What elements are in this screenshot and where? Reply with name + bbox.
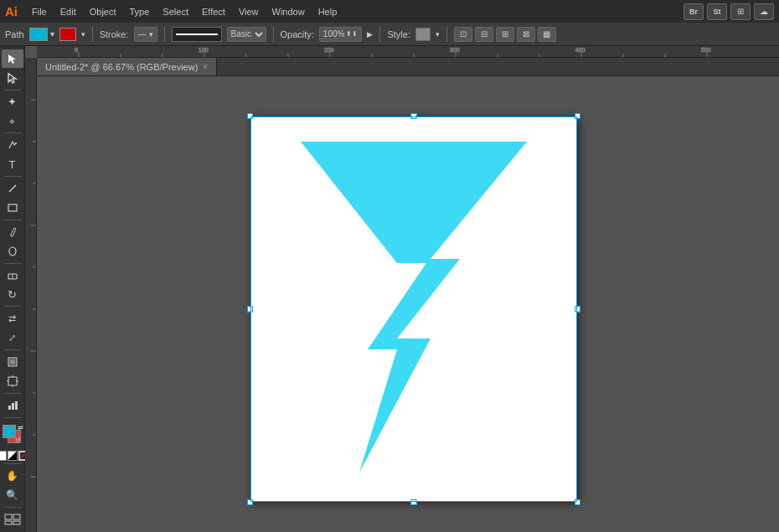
menu-select[interactable]: Select	[157, 5, 194, 18]
app-logo: Ai	[5, 4, 18, 18]
blob-brush-tool[interactable]	[2, 242, 23, 261]
menu-help[interactable]: Help	[312, 5, 343, 18]
top-icons: Br St ⊞ ☁	[684, 3, 774, 20]
menu-window[interactable]: Window	[266, 5, 311, 18]
canvas-container: 0 100 200 300 400 500	[25, 46, 779, 532]
bridge-button[interactable]: Br	[684, 3, 704, 20]
svg-rect-20	[5, 521, 12, 524]
pen-tool[interactable]	[2, 136, 23, 154]
selection-tool[interactable]	[2, 49, 23, 68]
toolbar-sep-8	[3, 393, 22, 394]
fill-color-swatch[interactable]	[3, 425, 16, 438]
toolbar: ✦ ⌖ T ↻ ⇄	[0, 46, 25, 532]
opacity-control[interactable]: 100% ⬆⬇	[319, 27, 363, 42]
artboard	[250, 116, 577, 502]
document-tab[interactable]: Untitled-2* @ 66.67% (RGB/Preview) ×	[37, 58, 217, 75]
menu-edit[interactable]: Edit	[54, 5, 82, 18]
canvas-area[interactable]	[37, 76, 779, 532]
handle-bottom-left[interactable]	[247, 499, 253, 505]
align-btn-3[interactable]: ⊞	[496, 27, 514, 42]
stroke-preview	[172, 27, 222, 42]
handle-top-right[interactable]	[575, 113, 580, 119]
style-swatch[interactable]	[415, 28, 431, 41]
gradient-icon[interactable]	[8, 451, 18, 461]
svg-text:500: 500	[701, 47, 711, 53]
toolbar-sep-1	[3, 90, 22, 90]
svg-rect-21	[13, 521, 20, 524]
svg-rect-19	[13, 514, 20, 519]
handle-bottom-center[interactable]	[411, 499, 417, 505]
main-area: ✦ ⌖ T ↻ ⇄	[0, 46, 779, 532]
workspace-button[interactable]: ⊞	[730, 3, 751, 20]
svg-marker-1	[8, 74, 16, 83]
toolbar-sep-11	[3, 507, 22, 508]
direct-selection-tool[interactable]	[2, 69, 23, 87]
align-btn-1[interactable]: ⊡	[454, 27, 472, 42]
svg-rect-15	[8, 405, 11, 410]
svg-text:0: 0	[75, 47, 78, 53]
toolbar-sep-4	[3, 220, 22, 220]
divider-2	[164, 27, 165, 42]
toolbar-sep-6	[3, 306, 22, 307]
graph-tool[interactable]	[2, 396, 23, 415]
toolbar-sep-3	[3, 176, 22, 177]
rectangle-tool[interactable]	[2, 199, 23, 217]
artboards-panel-toggle[interactable]	[2, 510, 23, 529]
paintbrush-tool[interactable]	[2, 223, 23, 241]
divider-1	[92, 27, 93, 42]
normal-color-icon[interactable]	[0, 451, 7, 461]
cloud-button[interactable]: ☁	[754, 3, 774, 20]
menu-effect[interactable]: Effect	[196, 5, 231, 18]
path-label: Path	[5, 29, 24, 39]
hand-tool[interactable]: ✋	[2, 467, 23, 485]
handle-top-left[interactable]	[247, 113, 253, 119]
align-btn-2[interactable]: ⊟	[475, 27, 493, 42]
zoom-tool[interactable]: 🔍	[2, 486, 23, 504]
magic-wand-tool[interactable]: ✦	[2, 93, 23, 111]
tab-bar: Untitled-2* @ 66.67% (RGB/Preview) ×	[37, 58, 779, 76]
color-mode-icons	[0, 451, 28, 461]
color-swatches[interactable]: ↺ ⇄	[1, 423, 24, 447]
divider-5	[446, 27, 447, 42]
image-trace-tool[interactable]	[2, 353, 23, 371]
options-bar: Path ▾ ▾ Stroke: — ▾ Basic Opacity: 100%…	[0, 23, 779, 46]
stock-button[interactable]: St	[707, 3, 727, 20]
svg-point-5	[9, 247, 16, 256]
handle-bottom-right[interactable]	[575, 499, 580, 505]
tab-close-button[interactable]: ×	[203, 62, 208, 71]
stroke-label: Stroke:	[100, 29, 129, 39]
handle-mid-right[interactable]	[575, 307, 580, 312]
handle-mid-left[interactable]	[247, 307, 253, 312]
stroke-swatch[interactable]	[59, 28, 76, 41]
fill-control[interactable]: ▾	[29, 28, 54, 41]
toolbar-sep-2	[3, 132, 22, 133]
align-btn-5[interactable]: ▦	[538, 27, 556, 42]
mirror-tool[interactable]: ⇄	[2, 309, 23, 328]
shape-svg[interactable]	[250, 116, 577, 502]
rotate-tool[interactable]: ↻	[2, 285, 23, 303]
reset-colors-icon[interactable]: ↺	[15, 436, 21, 444]
lasso-tool[interactable]: ⌖	[2, 112, 23, 131]
svg-text:200: 200	[324, 47, 334, 53]
svg-rect-18	[5, 514, 12, 519]
handle-top-center[interactable]	[411, 113, 417, 119]
menu-type[interactable]: Type	[124, 5, 156, 18]
toolbar-sep-10	[3, 463, 22, 464]
svg-rect-17	[15, 401, 18, 410]
menu-view[interactable]: View	[233, 5, 265, 18]
stroke-width-control[interactable]: — ▾	[134, 27, 157, 42]
toolbar-sep-9	[3, 417, 22, 418]
menu-object[interactable]: Object	[84, 5, 122, 18]
stroke-style-select[interactable]: Basic	[227, 27, 266, 42]
type-tool[interactable]: T	[2, 155, 23, 173]
svg-text:100: 100	[199, 47, 209, 53]
menu-file[interactable]: File	[26, 5, 53, 18]
swap-colors-icon[interactable]: ⇄	[18, 424, 23, 431]
artboard-tool[interactable]	[2, 372, 23, 390]
align-btn-4[interactable]: ⊠	[517, 27, 535, 42]
eraser-tool[interactable]	[2, 266, 23, 285]
toolbar-sep-5	[3, 263, 22, 264]
scale-tool[interactable]: ⤢	[2, 328, 23, 347]
line-tool[interactable]	[2, 179, 23, 198]
fill-swatch[interactable]	[29, 28, 48, 41]
